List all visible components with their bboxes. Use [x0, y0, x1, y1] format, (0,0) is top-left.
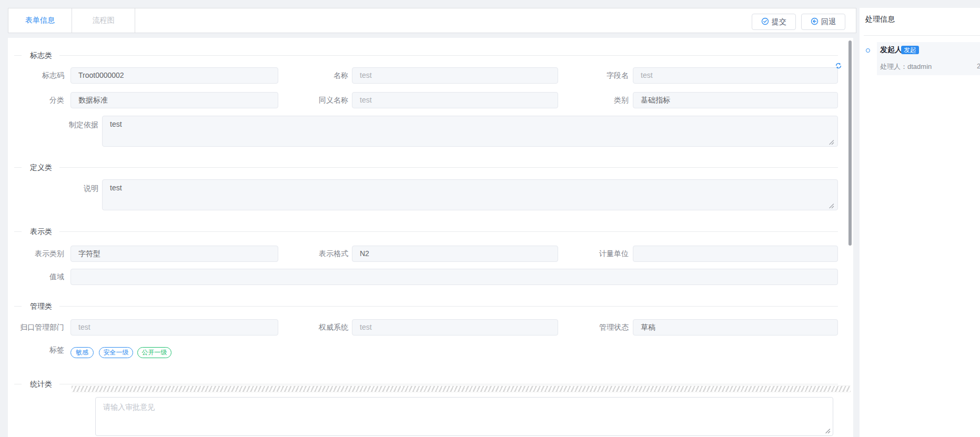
field-label-synonym: 同义名称	[239, 92, 348, 108]
input-type: 基础指标	[633, 92, 838, 108]
textarea-basis: test	[102, 116, 838, 147]
field-label-field-name: 字段名	[523, 67, 629, 84]
section-title-management: 管理类	[29, 302, 53, 311]
resize-grip-icon	[829, 139, 834, 145]
panel-title: 处理信息	[865, 15, 895, 24]
field-label-value-range: 值域	[8, 269, 64, 285]
panel-divider	[864, 35, 980, 36]
section-title-definition: 定义类	[29, 163, 53, 172]
check-circle-icon	[761, 17, 769, 27]
section-divider	[59, 384, 838, 384]
input-mgmt-status: 草稿	[633, 319, 838, 336]
field-label-type: 类别	[523, 92, 629, 108]
input-unit	[633, 246, 838, 262]
section-title-representation: 表示类	[29, 227, 53, 236]
tag-public-level1: 公开一级	[137, 347, 171, 358]
section-divider	[59, 55, 838, 56]
field-label-name: 名称	[239, 67, 348, 84]
timeline-node-clipped-text: 2	[977, 62, 980, 70]
section-title-identify: 标志类	[29, 51, 53, 60]
processing-info-panel: 处理信息 发起人 发起 处理人：dtadmin 2	[860, 8, 980, 437]
submit-button[interactable]: 提交	[752, 14, 796, 30]
section-divider	[14, 384, 22, 384]
top-tab-bar: 表单信息 流程图 提交 回退	[8, 8, 856, 33]
field-label-authority: 权威系统	[239, 319, 348, 336]
timeline-node-role: 发起人	[880, 45, 902, 55]
resize-grip-icon	[829, 203, 834, 209]
field-label-repr-format: 表示格式	[239, 246, 348, 262]
input-value-range	[70, 269, 838, 285]
resize-grip-icon	[825, 428, 831, 434]
timeline-node-handler: 处理人：dtadmin	[880, 62, 932, 72]
field-label-code: 标志码	[8, 67, 64, 84]
field-label-repr-type: 表示类别	[8, 246, 64, 262]
refresh-icon[interactable]	[835, 62, 842, 69]
section-divider	[14, 55, 22, 56]
section-title-statistics: 统计类	[29, 380, 53, 389]
tag-security-level1: 安全一级	[99, 347, 133, 358]
input-field-name: test	[633, 67, 838, 84]
rollback-button-label: 回退	[821, 17, 836, 27]
arrow-left-circle-icon	[811, 17, 819, 27]
section-divider	[59, 231, 838, 232]
field-label-basis: 制定依据	[8, 117, 98, 133]
section-divider	[14, 231, 22, 232]
section-divider	[59, 306, 838, 307]
field-label-department: 归口管理部门	[8, 319, 64, 336]
field-label-mgmt-status: 管理状态	[523, 319, 629, 336]
field-label-tags: 标签	[8, 344, 64, 355]
field-label-description: 说明	[8, 180, 98, 197]
vertical-scrollbar[interactable]	[848, 40, 852, 246]
form-detail-card: 标志类 标志码 Troot0000002 名称 test 字段名 test 分类…	[8, 38, 853, 437]
tag-sensitive: 敏感	[70, 347, 94, 358]
section-divider	[59, 167, 838, 168]
section-divider	[14, 306, 22, 307]
timeline-dot-icon	[866, 48, 870, 53]
field-label-category: 分类	[8, 92, 64, 108]
approval-comment-textarea[interactable]	[95, 397, 833, 436]
field-label-unit: 计量单位	[523, 246, 629, 262]
tab-flow-chart[interactable]: 流程图	[72, 8, 135, 33]
clipped-content-hatch-band	[72, 385, 851, 392]
section-divider	[14, 167, 22, 168]
tab-form-info[interactable]: 表单信息	[8, 8, 72, 33]
rollback-button[interactable]: 回退	[801, 14, 845, 30]
textarea-description: test	[102, 179, 838, 210]
submit-button-label: 提交	[772, 17, 786, 27]
timeline-node-badge: 发起	[901, 46, 919, 54]
